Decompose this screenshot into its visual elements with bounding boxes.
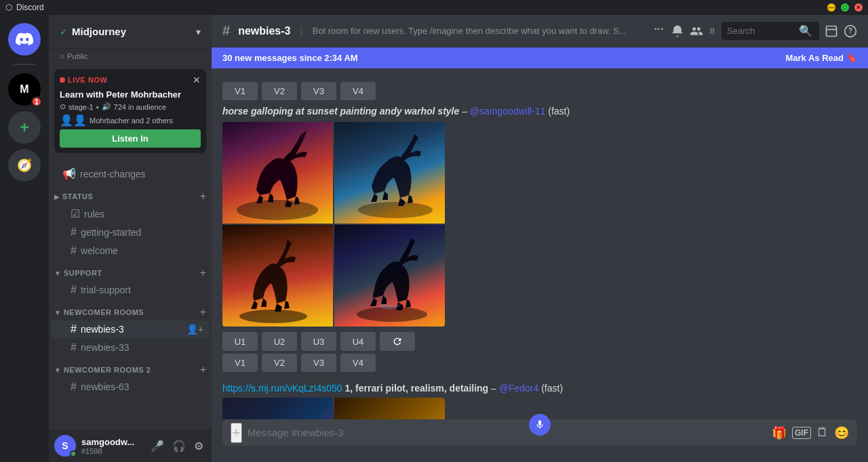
add-server-button[interactable]: + (8, 111, 41, 144)
settings-button[interactable]: ⚙ (191, 438, 206, 454)
channel-item-recent-changes[interactable]: 📢 recent-changes (52, 165, 209, 183)
username: samgoodw... (81, 437, 142, 447)
chevron-down-icon-newcomer2: ▼ (54, 366, 61, 374)
app-layout: M 1 + 🧭 ✓ Midjourney ▾ ○ Public (0, 15, 868, 462)
u4-button[interactable]: U4 (340, 332, 376, 351)
add-channel-icon[interactable]: + (200, 190, 206, 203)
horse-image-2 (334, 122, 445, 224)
channel-item-welcome[interactable]: # welcome (52, 242, 209, 259)
category-support[interactable]: ▼ SUPPORT + (49, 260, 212, 280)
chevron-right-icon: ▶ (54, 193, 60, 201)
add-channel-newcomer-icon[interactable]: + (200, 306, 206, 318)
message-input[interactable] (248, 419, 766, 446)
inbox-button[interactable] (825, 24, 838, 38)
server-list: M 1 + 🧭 (0, 15, 49, 462)
sticker-button[interactable]: 🗒 (816, 425, 829, 440)
maximize-button[interactable]: □ (841, 3, 849, 12)
u3-button[interactable]: U3 (301, 332, 336, 351)
new-messages-banner[interactable]: 30 new messages since 2:34 AM Mark As Re… (212, 47, 868, 68)
search-box[interactable]: 🔍 (722, 22, 819, 40)
mute-button[interactable]: 🎤 (148, 438, 167, 454)
stage-icon: ⊙ (60, 102, 66, 111)
channels-list: 📢 recent-changes ▶ status + ☑ rules # ge… (49, 159, 212, 429)
minimize-button[interactable]: — (827, 3, 835, 12)
members-button[interactable] (690, 24, 703, 38)
v1-button-top[interactable]: V1 (222, 82, 258, 100)
server-header[interactable]: ✓ Midjourney ▾ (49, 15, 212, 49)
user-controls: 🎤 🎧 ⚙ (148, 438, 206, 454)
header-divider: | (300, 25, 302, 37)
help-button[interactable]: ? (844, 24, 857, 38)
app-name: Discord (16, 3, 44, 12)
add-channel-newcomer2-icon[interactable]: + (200, 364, 206, 376)
v3-button-bottom[interactable]: V3 (301, 354, 336, 372)
close-button[interactable]: ✕ (854, 3, 863, 12)
v2-button-bottom[interactable]: V2 (262, 354, 297, 372)
hash-icon-newbies3: # (71, 323, 77, 335)
voice-indicator[interactable] (529, 414, 551, 436)
ferrari-link[interactable]: https://s.mj.run/vKqLzI4s050 (222, 383, 342, 394)
category-newcomer-rooms[interactable]: ▼ NEWCOMER ROOMS + (49, 299, 212, 320)
add-channel-support-icon[interactable]: + (200, 267, 206, 279)
new-messages-text: 30 new messages since 2:34 AM (222, 53, 358, 63)
v1-button-bottom[interactable]: V1 (222, 354, 258, 372)
notify-button[interactable] (671, 24, 684, 38)
channel-topic: Bot room for new users. Type /imagine th… (313, 26, 644, 36)
u1-button[interactable]: U1 (222, 332, 258, 351)
members-count: 8 (710, 26, 715, 36)
chevron-down-icon-support: ▼ (54, 270, 61, 277)
svg-rect-0 (827, 26, 837, 36)
listen-in-button[interactable]: Listen In (60, 129, 201, 148)
v3-button-top[interactable]: V3 (301, 82, 336, 100)
announce-icon: 📢 (62, 167, 76, 180)
status-dot (70, 450, 77, 457)
user-info: samgoodw... #1598 (81, 437, 142, 455)
mark-as-read-button[interactable]: Mark As Read 🔖 (786, 53, 858, 63)
gif-button[interactable]: GIF (792, 427, 811, 439)
u2-button[interactable]: U2 (262, 332, 297, 351)
explore-servers-button[interactable]: 🧭 (8, 149, 41, 182)
horse-image-3 (222, 225, 333, 327)
channel-header: # newbies-3 | Bot room for new users. Ty… (212, 15, 868, 47)
audience-icon: 🔊 (102, 102, 111, 111)
message-horse: V1 V2 V3 V4 horse galloping at sunset pa… (222, 82, 857, 372)
image-grid (222, 122, 445, 327)
user-bar: S samgoodw... #1598 🎤 🎧 ⚙ (49, 429, 212, 462)
v2-button-top[interactable]: V2 (262, 82, 297, 100)
horse-message-text: horse galloping at sunset painting andy … (222, 106, 857, 117)
public-badge: ○ Public (49, 49, 212, 64)
refresh-button[interactable] (380, 332, 415, 351)
deafen-button[interactable]: 🎧 (170, 438, 189, 454)
hash-icon: # (71, 226, 77, 238)
category-newcomer-rooms-2[interactable]: ▼ NEWCOMER ROOMS 2 + (49, 357, 212, 377)
channel-item-newbies-3[interactable]: # newbies-3 👤+ (52, 320, 209, 338)
channel-item-trial-support[interactable]: # trial-support (52, 281, 209, 299)
close-live-banner-button[interactable]: ✕ (193, 75, 201, 85)
server-name: Midjourney (72, 26, 126, 37)
add-attachment-button[interactable]: + (231, 423, 242, 443)
emoji-button[interactable]: 😊 (834, 425, 849, 440)
server-icon-midjourney[interactable]: M 1 (8, 73, 41, 106)
live-now-header: LIVE NOW ✕ (60, 75, 201, 85)
horse-image-4 (334, 225, 445, 327)
live-meta: ⊙ stage-1 • 🔊 724 in audience (60, 102, 201, 111)
search-input[interactable] (727, 26, 795, 36)
header-actions: 8 🔍 ? (652, 22, 857, 40)
threads-button[interactable] (652, 24, 665, 38)
channel-item-newbies-33[interactable]: # newbies-33 (52, 339, 209, 356)
channel-item-getting-started[interactable]: # getting-started (52, 224, 209, 241)
gift-button[interactable]: 🎁 (772, 425, 787, 440)
titlebar-label: ⬡ Discord (5, 3, 44, 12)
window-controls[interactable]: — □ ✕ (827, 3, 863, 12)
category-status[interactable]: ▶ status + (49, 184, 212, 204)
messages-area[interactable]: V1 V2 V3 V4 horse galloping at sunset pa… (212, 68, 868, 419)
svg-point-5 (358, 202, 433, 218)
chevron-down-icon-newcomer: ▼ (54, 309, 61, 316)
channel-item-rules[interactable]: ☑ rules (52, 205, 209, 223)
v4-button-top[interactable]: V4 (340, 82, 376, 100)
channel-item-newbies-63[interactable]: # newbies-63 (52, 378, 209, 396)
search-icon: 🔍 (799, 24, 812, 37)
v4-button-bottom[interactable]: V4 (340, 354, 376, 372)
user-tag: #1598 (81, 447, 142, 455)
server-icon-discord[interactable] (8, 23, 41, 56)
